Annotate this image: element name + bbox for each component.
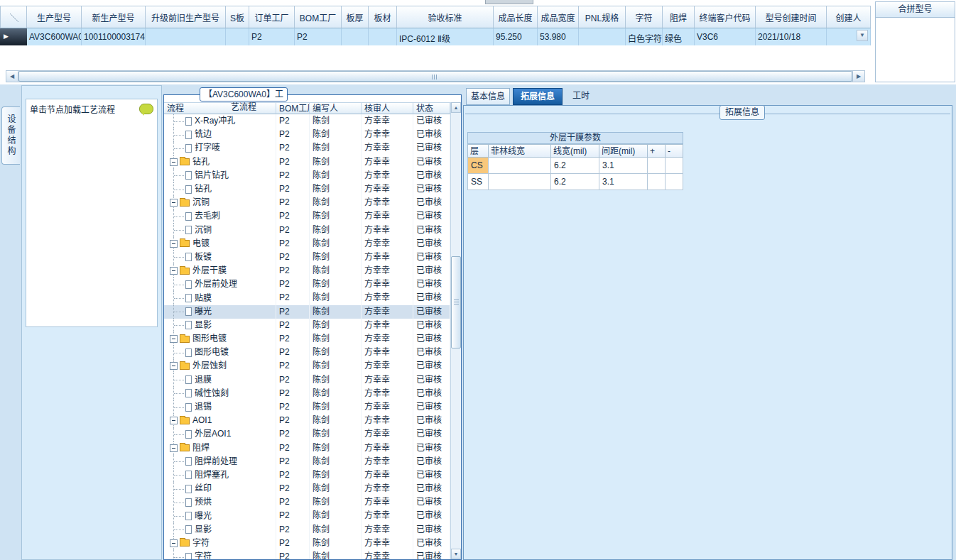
flow-tree-row[interactable]: 沉铜P2陈剑方幸幸已审核 xyxy=(164,196,450,209)
grid-cell[interactable]: IPC-6012 Ⅱ级 xyxy=(397,28,494,45)
grid-column-header[interactable]: 创建人 xyxy=(827,6,871,28)
flow-column-header[interactable]: 状态 xyxy=(413,102,450,114)
grid-column-header[interactable]: PNL规格 xyxy=(579,6,626,28)
param-cell[interactable]: CS xyxy=(467,158,489,174)
flow-tree-row[interactable]: 字符P2陈剑方幸幸已审核 xyxy=(164,537,450,550)
param-cell[interactable] xyxy=(489,174,551,190)
grid-cell[interactable]: 白色字符 xyxy=(626,28,663,45)
grid-cell[interactable]: 95.250 xyxy=(494,28,538,45)
param-row[interactable]: SS6.23.1 xyxy=(467,174,683,190)
grid-cell[interactable]: P2 xyxy=(295,28,342,45)
grid-cell[interactable]: 2021/10/18 xyxy=(756,28,827,45)
flow-tree-row[interactable]: 铣边P2陈剑方幸幸已审核 xyxy=(164,128,450,141)
flow-tree-row[interactable]: 铝片钻孔P2陈剑方幸幸已审核 xyxy=(164,169,450,182)
scroll-up-button[interactable]: ▲ xyxy=(451,102,461,113)
flow-tree-row[interactable]: X-Ray冲孔P2陈剑方幸幸已审核 xyxy=(164,114,450,128)
tab-basic-info[interactable]: 基本信息 xyxy=(466,88,510,105)
collapse-icon[interactable] xyxy=(170,240,178,248)
tab-work-hours[interactable]: 工时 xyxy=(567,88,595,105)
flow-tree-row[interactable]: 字符P2陈剑方幸幸已审核 xyxy=(164,550,450,559)
flow-tree-row[interactable]: 曝光P2陈剑方幸幸已审核 xyxy=(164,305,450,319)
flow-tree-row[interactable]: 退锡P2陈剑方幸幸已审核 xyxy=(164,400,450,414)
grid-data-row[interactable]: ▶ AV3C600WA010011000031749P2P2IPC-6012 Ⅱ… xyxy=(0,28,871,45)
param-cell[interactable] xyxy=(666,174,683,190)
flow-tree-row[interactable]: 阻焊塞孔P2陈剑方幸幸已审核 xyxy=(164,468,450,482)
grid-column-header[interactable]: 升级前旧生产型号 xyxy=(146,6,226,28)
flow-tree-row[interactable]: 电镀P2陈剑方幸幸已审核 xyxy=(164,237,450,251)
param-column-header[interactable]: + xyxy=(648,144,666,158)
flow-tree-row[interactable]: 去毛刺P2陈剑方幸幸已审核 xyxy=(164,209,450,223)
flow-tree-row[interactable]: 钻孔P2陈剑方幸幸已审核 xyxy=(164,182,450,196)
grid-column-header[interactable]: 终端客户代码 xyxy=(695,6,756,28)
flow-tree-row[interactable]: 沉铜P2陈剑方幸幸已审核 xyxy=(164,224,450,237)
param-cell[interactable] xyxy=(489,158,551,174)
grid-column-header[interactable]: 生产型号 xyxy=(27,6,82,28)
grid-cell[interactable]: 绿色 xyxy=(663,28,695,45)
grid-cell[interactable]: AV3C600WA0 xyxy=(27,28,82,45)
flow-tree-row[interactable]: 曝光P2陈剑方幸幸已审核 xyxy=(164,509,450,522)
collapse-icon[interactable] xyxy=(170,362,178,370)
flow-tree-row[interactable]: 预烘P2陈剑方幸幸已审核 xyxy=(164,495,450,509)
param-cell[interactable]: 3.1 xyxy=(599,158,648,174)
param-cell[interactable] xyxy=(648,174,666,190)
flow-tree-row[interactable]: 阻焊前处理P2陈剑方幸幸已审核 xyxy=(164,455,450,468)
flow-tree-row[interactable]: 钻孔P2陈剑方幸幸已审核 xyxy=(164,155,450,169)
flow-tree-row[interactable]: 外层干膜P2陈剑方幸幸已审核 xyxy=(164,264,450,278)
param-row[interactable]: CS6.23.1 xyxy=(467,158,683,174)
grid-cell[interactable] xyxy=(342,28,369,45)
row-selector-cell[interactable]: ▶ xyxy=(0,28,27,45)
vertical-scroll-thumb[interactable] xyxy=(451,256,461,348)
flow-tree-row[interactable]: 退膜P2陈剑方幸幸已审核 xyxy=(164,373,450,387)
param-column-header[interactable]: 菲林线宽 xyxy=(489,144,551,158)
scroll-left-button[interactable]: ◀ xyxy=(6,71,18,82)
flow-tree-row[interactable]: 图形电镀P2陈剑方幸幸已审核 xyxy=(164,346,450,359)
flow-column-header[interactable]: 核审人 xyxy=(362,102,413,114)
grid-column-header[interactable]: 新生产型号 xyxy=(82,6,146,28)
collapse-icon[interactable] xyxy=(170,267,178,275)
collapse-icon[interactable] xyxy=(170,199,178,207)
horizontal-scroll-thumb[interactable] xyxy=(18,71,852,82)
collapse-icon[interactable] xyxy=(170,335,178,343)
grid-column-header[interactable]: 型号创建时间 xyxy=(756,6,827,28)
flow-tree-row[interactable]: 贴膜P2陈剑方幸幸已审核 xyxy=(164,291,450,304)
param-cell[interactable]: 6.2 xyxy=(551,174,599,190)
flow-tree-row[interactable]: 板镀P2陈剑方幸幸已审核 xyxy=(164,251,450,264)
flow-tree-row[interactable]: 碱性蚀刻P2陈剑方幸幸已审核 xyxy=(164,387,450,400)
device-tree-container[interactable]: 单击节点加载工艺流程 xyxy=(26,99,158,327)
grid-cell[interactable] xyxy=(146,28,226,45)
flow-tree-row[interactable]: 打字唛P2陈剑方幸幸已审核 xyxy=(164,141,450,155)
grid-cell[interactable] xyxy=(579,28,626,45)
grid-column-header[interactable]: S板 xyxy=(226,6,249,28)
horizontal-scrollbar[interactable]: ◀ ▶ xyxy=(6,70,865,82)
flow-tree-row[interactable]: 外层AOI1P2陈剑方幸幸已审核 xyxy=(164,427,450,441)
grid-cell[interactable] xyxy=(226,28,249,45)
flow-tree-row[interactable]: 图形电镀P2陈剑方幸幸已审核 xyxy=(164,332,450,346)
grid-column-header[interactable]: 成品宽度 xyxy=(538,6,579,28)
flow-tree-row[interactable]: 阻焊P2陈剑方幸幸已审核 xyxy=(164,441,450,455)
scroll-right-button[interactable]: ▶ xyxy=(852,71,864,82)
param-column-header[interactable]: 层 xyxy=(467,144,489,158)
grid-column-header[interactable]: 阻焊 xyxy=(663,6,695,28)
grid-cell[interactable] xyxy=(369,28,397,45)
param-column-header[interactable]: 间距(mil) xyxy=(599,144,648,158)
collapse-icon[interactable] xyxy=(170,417,178,424)
grid-column-header[interactable]: BOM工厂 xyxy=(295,6,342,28)
grid-column-header[interactable]: 验收标准 xyxy=(397,6,494,28)
tab-extended-info[interactable]: 拓展信息 xyxy=(513,88,563,105)
grid-column-header[interactable]: 板材 xyxy=(369,6,397,28)
grid-scroll-down-button[interactable]: ▼ xyxy=(857,30,868,41)
param-cell[interactable]: 6.2 xyxy=(551,158,599,174)
vertical-scrollbar[interactable]: ▲ ▼ xyxy=(450,102,461,559)
flow-tree-row[interactable]: 外层蚀刻P2陈剑方幸幸已审核 xyxy=(164,359,450,373)
scroll-down-button[interactable]: ▼ xyxy=(451,549,461,559)
flow-tree-row[interactable]: AOI1P2陈剑方幸幸已审核 xyxy=(164,414,450,427)
grid-column-header[interactable]: 板厚 xyxy=(342,6,369,28)
param-cell[interactable] xyxy=(666,158,683,174)
param-cell[interactable]: SS xyxy=(467,174,489,190)
collapse-icon[interactable] xyxy=(170,444,178,452)
param-cell[interactable] xyxy=(648,158,666,174)
grid-cell[interactable]: V3C6 xyxy=(695,28,756,45)
flow-tree-row[interactable]: 显影P2陈剑方幸幸已审核 xyxy=(164,319,450,332)
collapse-icon[interactable] xyxy=(170,158,178,166)
flow-column-header[interactable]: 编写人 xyxy=(310,102,362,114)
